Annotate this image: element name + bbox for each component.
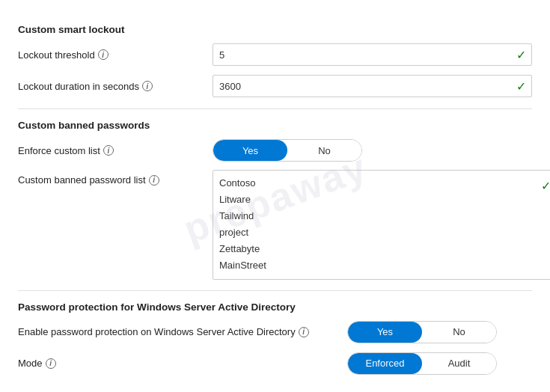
enable-protection-no-button[interactable]: No [422,322,496,343]
lockout-threshold-row: Lockout threshold i ✓ [18,43,532,67]
lockout-threshold-input-wrapper: ✓ [213,43,532,66]
lockout-duration-label: Lockout duration in seconds i [18,81,213,92]
list-item: project [219,224,534,241]
mode-info-icon[interactable]: i [46,358,56,369]
list-item: Litware [219,192,534,208]
enforce-custom-list-info-icon[interactable]: i [103,145,114,156]
mode-enforced-button[interactable]: Enforced [348,353,422,374]
enforce-custom-list-no-button[interactable]: No [287,140,361,161]
enable-protection-info-icon[interactable]: i [299,327,309,337]
custom-banned-password-list-check-icon: ✓ [541,179,550,193]
lockout-duration-input-wrapper: ✓ [213,75,532,97]
lockout-threshold-label: Lockout threshold i [18,49,213,61]
custom-banned-password-list-row: Custom banned password list i Contoso Li… [18,170,532,280]
windows-server-title: Password protection for Windows Server A… [18,301,532,313]
custom-banned-passwords-title: Custom banned passwords [18,120,532,131]
enforce-custom-list-row: Enforce custom list i Yes No [18,138,532,162]
custom-banned-password-list-box[interactable]: Contoso Litware Tailwind project Zettaby… [213,170,550,280]
list-item: Tailwind [219,208,534,224]
lockout-duration-check-icon: ✓ [516,79,526,94]
lockout-duration-row: Lockout duration in seconds i ✓ [18,74,532,98]
enable-protection-toggle[interactable]: Yes No [347,321,497,343]
custom-smart-lockout-title: Custom smart lockout [18,24,532,35]
enforce-custom-list-label: Enforce custom list i [18,145,213,156]
list-item: MainStreet [219,257,534,274]
lockout-threshold-info-icon[interactable]: i [98,49,109,60]
mode-row: Mode i Enforced Audit [18,352,532,376]
list-item: Zettabyte [219,241,534,257]
mode-toggle[interactable]: Enforced Audit [347,352,497,375]
divider-1 [18,108,532,109]
enforce-custom-list-yes-button[interactable]: Yes [213,140,287,161]
mode-audit-button[interactable]: Audit [422,353,496,374]
mode-label: Mode i [18,358,347,369]
divider-2 [18,290,532,291]
enforce-custom-list-toggle[interactable]: Yes No [213,139,362,162]
lockout-duration-info-icon[interactable]: i [142,81,153,91]
lockout-threshold-check-icon: ✓ [516,48,526,62]
lockout-duration-input[interactable] [213,75,532,97]
custom-banned-password-list-info-icon[interactable]: i [149,175,159,186]
enable-protection-row: Enable password protection on Windows Se… [18,320,532,344]
enable-protection-yes-button[interactable]: Yes [348,322,422,343]
custom-banned-password-list-wrapper: Contoso Litware Tailwind project Zettaby… [213,170,550,280]
list-item: Contoso [219,175,534,192]
enable-protection-label: Enable password protection on Windows Se… [18,326,347,337]
custom-banned-password-list-label: Custom banned password list i [18,174,213,186]
lockout-threshold-input[interactable] [213,43,532,66]
